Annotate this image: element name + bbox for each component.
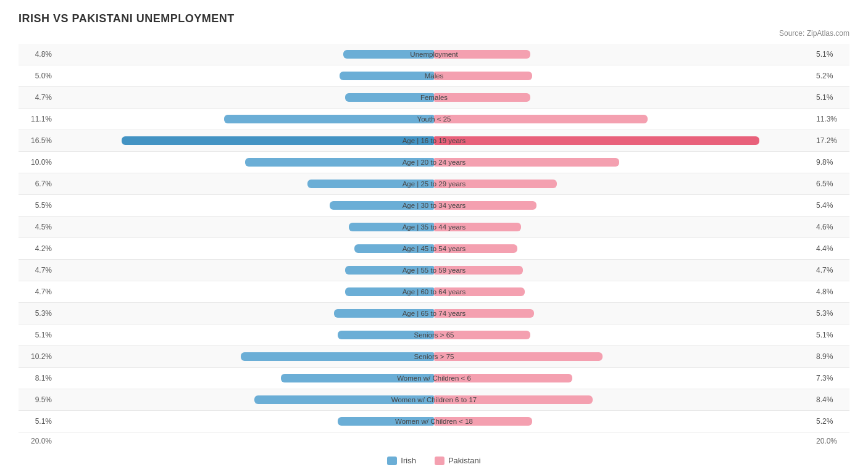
bar-irish <box>307 180 434 188</box>
chart-row: 11.1%Youth < 2511.3% <box>19 109 849 130</box>
right-value: 5.1% <box>812 50 849 59</box>
chart-row: 10.0%Age | 20 to 24 years9.8% <box>19 152 849 173</box>
bar-pakistani <box>434 115 648 123</box>
bar-irish <box>338 331 434 339</box>
bar-pakistani <box>434 223 521 231</box>
right-value: 5.1% <box>812 93 849 102</box>
bar-irish <box>345 287 434 296</box>
left-value: 10.0% <box>19 158 56 167</box>
left-value: 4.2% <box>19 244 56 253</box>
bar-pakistani <box>434 244 517 253</box>
bar-irish <box>345 93 434 102</box>
bar-pakistani <box>434 93 530 102</box>
bar-section: Age | 55 to 59 years <box>56 262 812 279</box>
left-value: 4.7% <box>19 93 56 102</box>
bar-section: Age | 60 to 64 years <box>56 283 812 300</box>
left-value: 5.5% <box>19 201 56 210</box>
right-value: 9.8% <box>812 158 849 167</box>
chart-row: 8.1%Women w/ Children < 67.3% <box>19 368 849 389</box>
irish-label: Irish <box>401 456 416 465</box>
irish-color-box <box>387 457 397 465</box>
bar-section: Age | 30 to 34 years <box>56 197 812 214</box>
bar-section: Age | 25 to 29 years <box>56 175 812 192</box>
bar-irish <box>122 136 434 145</box>
chart-row: 9.5%Women w/ Children 6 to 178.4% <box>19 389 849 411</box>
bar-irish <box>281 374 434 382</box>
bar-irish <box>340 72 434 80</box>
chart-row: 4.7%Females5.1% <box>19 87 849 109</box>
bar-pakistani <box>434 266 523 275</box>
right-value: 5.3% <box>812 309 849 318</box>
left-value: 10.2% <box>19 352 56 361</box>
bar-pakistani <box>434 309 534 318</box>
chart-row: 5.0%Males5.2% <box>19 65 849 87</box>
right-value: 4.6% <box>812 223 849 231</box>
right-value: 17.2% <box>812 136 849 145</box>
chart-area: 4.8%Unemployment5.1%5.0%Males5.2%4.7%Fem… <box>19 44 849 465</box>
source-label: Source: ZipAtlas.com <box>19 29 849 38</box>
bar-section: Women w/ Children 6 to 17 <box>56 391 812 408</box>
bar-pakistani <box>434 417 532 426</box>
bar-section: Unemployment <box>56 46 812 63</box>
bar-section: Age | 16 to 19 years <box>56 132 812 149</box>
right-value: 4.8% <box>812 287 849 296</box>
bar-section: Age | 20 to 24 years <box>56 154 812 171</box>
bar-irish <box>330 201 434 210</box>
bar-pakistani <box>434 180 557 188</box>
bar-pakistani <box>434 374 572 382</box>
bar-section: Age | 45 to 54 years <box>56 240 812 257</box>
right-value: 11.3% <box>812 115 849 123</box>
bar-pakistani <box>434 395 593 404</box>
bar-irish <box>224 115 434 123</box>
bar-irish <box>343 50 434 59</box>
right-value: 5.2% <box>812 417 849 426</box>
chart-row: 5.1%Women w/ Children < 185.2% <box>19 411 849 432</box>
bar-pakistani <box>434 287 525 296</box>
bar-pakistani <box>434 50 530 59</box>
chart-row: 4.8%Unemployment5.1% <box>19 44 849 65</box>
right-value: 8.9% <box>812 352 849 361</box>
legend-pakistani: Pakistani <box>435 456 481 465</box>
chart-row: 16.5%Age | 16 to 19 years17.2% <box>19 130 849 152</box>
left-value: 16.5% <box>19 136 56 145</box>
bar-section: Women w/ Children < 6 <box>56 370 812 387</box>
bar-pakistani <box>434 331 530 339</box>
chart-row: 4.7%Age | 60 to 64 years4.8% <box>19 281 849 303</box>
chart-row: 10.2%Seniors > 758.9% <box>19 346 849 368</box>
right-value: 6.5% <box>812 180 849 188</box>
left-value: 11.1% <box>19 115 56 123</box>
bar-irish <box>354 244 434 253</box>
bar-section: Youth < 25 <box>56 110 812 128</box>
left-value: 4.7% <box>19 287 56 296</box>
left-value: 5.1% <box>19 331 56 339</box>
bar-section: Women w/ Children < 18 <box>56 413 812 430</box>
axis-labels <box>56 435 812 447</box>
chart-row: 4.7%Age | 55 to 59 years4.7% <box>19 260 849 281</box>
legend-irish: Irish <box>387 456 416 465</box>
bar-section: Seniors > 65 <box>56 326 812 344</box>
chart-row: 5.1%Seniors > 655.1% <box>19 324 849 346</box>
chart-row: 4.2%Age | 45 to 54 years4.4% <box>19 238 849 260</box>
left-value: 5.1% <box>19 417 56 426</box>
bar-pakistani <box>434 72 532 80</box>
axis-left-end: 20.0% <box>19 437 56 445</box>
chart-row: 5.5%Age | 30 to 34 years5.4% <box>19 195 849 217</box>
left-value: 4.8% <box>19 50 56 59</box>
bar-pakistani <box>434 158 619 167</box>
bar-irish <box>345 266 434 275</box>
right-value: 4.7% <box>812 266 849 275</box>
left-value: 9.5% <box>19 395 56 404</box>
pakistani-color-box <box>435 457 444 465</box>
right-value: 4.4% <box>812 244 849 253</box>
left-value: 4.5% <box>19 223 56 231</box>
bar-section: Females <box>56 89 812 106</box>
bar-irish <box>241 352 434 361</box>
chart-title: IRISH VS PAKISTANI UNEMPLOYMENT <box>19 12 849 25</box>
bar-irish <box>254 395 434 404</box>
right-value: 8.4% <box>812 395 849 404</box>
left-value: 8.1% <box>19 374 56 382</box>
left-value: 6.7% <box>19 180 56 188</box>
chart-row: 4.5%Age | 35 to 44 years4.6% <box>19 217 849 238</box>
left-value: 5.0% <box>19 72 56 80</box>
chart-row: 5.3%Age | 65 to 74 years5.3% <box>19 303 849 324</box>
